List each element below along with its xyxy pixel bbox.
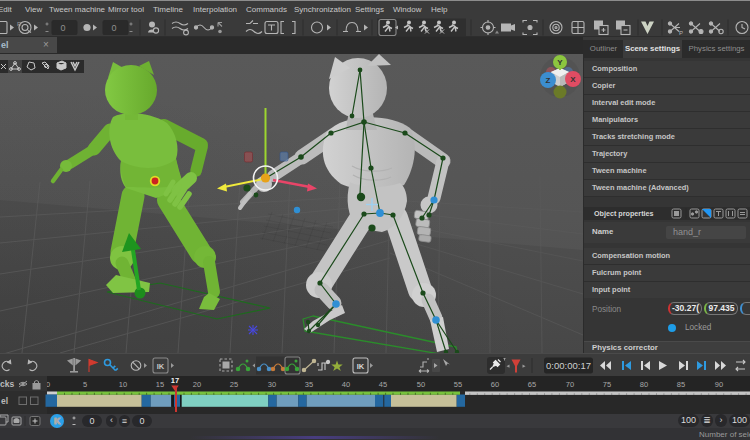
svg-text:Z: Z bbox=[546, 76, 551, 85]
svg-text:K: K bbox=[54, 416, 61, 426]
svg-text:el: el bbox=[1, 396, 8, 406]
svg-text:IK: IK bbox=[157, 362, 165, 371]
svg-text:R: R bbox=[17, 21, 22, 27]
svg-text:P: P bbox=[679, 30, 683, 36]
svg-text:0:00:00:17: 0:00:00:17 bbox=[546, 360, 591, 371]
svg-text:0: 0 bbox=[111, 23, 116, 33]
svg-text:X: X bbox=[570, 75, 576, 84]
svg-text:Y: Y bbox=[557, 58, 563, 67]
svg-text:0: 0 bbox=[60, 23, 65, 33]
svg-text:IK: IK bbox=[357, 362, 365, 371]
